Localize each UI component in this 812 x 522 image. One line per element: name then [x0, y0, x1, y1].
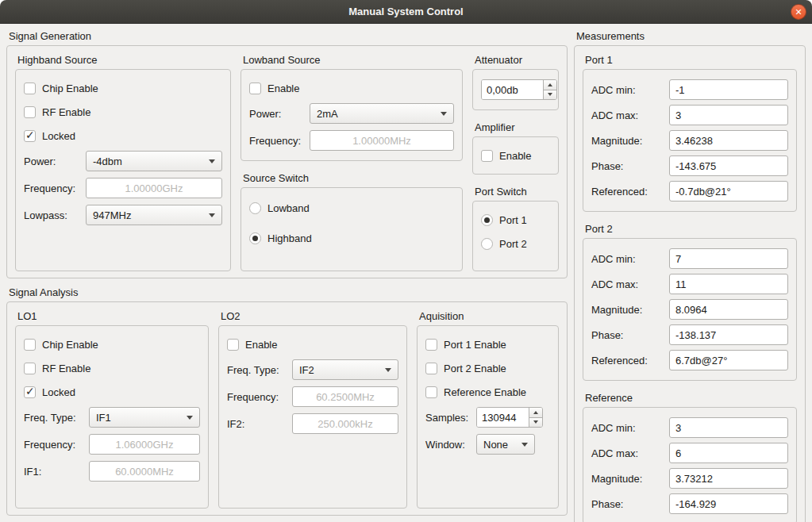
measurements-frame: Port 1 ADC min: ADC max: Magni: [574, 45, 806, 522]
samples-spinbox[interactable]: [476, 407, 543, 428]
p1-adc-max-label: ADC max:: [591, 109, 669, 121]
acquisition-column: Aquisition Port 1 Enable Port 2 Enable: [417, 309, 559, 509]
lb-power-select[interactable]: 2mA: [310, 103, 454, 124]
titlebar[interactable]: Manual System Control ✕: [0, 0, 812, 24]
p2-referenced-input[interactable]: [669, 350, 788, 370]
ref-adc-max-label: ADC max:: [591, 447, 669, 459]
lo1-locked-checkbox[interactable]: [24, 386, 36, 398]
port2-radio-row[interactable]: Port 2: [481, 235, 550, 252]
lo1-rf-enable-checkbox[interactable]: [24, 363, 36, 374]
lo1-locked-row[interactable]: Locked: [24, 383, 200, 401]
meas-port2-frame: ADC min: ADC max: Magnitude:: [583, 238, 797, 381]
lo2-enable-row[interactable]: Enable: [227, 336, 398, 353]
acq-port2-enable-row[interactable]: Port 2 Enable: [425, 359, 550, 377]
ref-adc-max-input[interactable]: [669, 443, 788, 463]
attenuator-title: Attenuator: [472, 52, 559, 69]
samples-spin-buttons: [529, 408, 542, 427]
source-highband-label: Highband: [267, 232, 312, 244]
p1-adc-min-label: ADC min:: [591, 84, 669, 96]
signal-generation-frame: Highband Source Chip Enable RF Enable: [6, 45, 568, 278]
p1-referenced-input[interactable]: [669, 181, 788, 202]
meas-row: ADC min:: [591, 417, 788, 438]
lo1-chip-enable-checkbox[interactable]: [24, 339, 36, 351]
lo1-rf-enable-label: RF Enable: [42, 363, 90, 374]
hb-locked-checkbox[interactable]: [24, 130, 36, 142]
meas-port1-title: Port 1: [583, 52, 797, 69]
source-highband-radio-row[interactable]: Highband: [249, 229, 454, 247]
meas-port2-title: Port 2: [583, 221, 797, 238]
left-column: Signal Generation Highband Source Chip E…: [6, 29, 568, 516]
lo1-chip-enable-row[interactable]: Chip Enable: [24, 336, 200, 353]
hb-lowpass-value: 947MHz: [93, 209, 131, 221]
lo1-rf-enable-row[interactable]: RF Enable: [24, 359, 200, 377]
lo2-freq-type-select[interactable]: IF2: [292, 359, 398, 380]
lo1-column: LO1 Chip Enable RF Enable: [15, 309, 209, 509]
source-highband-radio[interactable]: [249, 232, 261, 244]
hb-power-value: -4dbm: [93, 155, 122, 167]
p1-adc-min-input[interactable]: [669, 79, 788, 100]
close-button[interactable]: ✕: [791, 4, 806, 20]
acq-reference-enable-checkbox[interactable]: [425, 386, 437, 398]
acq-reference-enable-row[interactable]: Reference Enable: [425, 383, 550, 401]
hb-rf-enable-row[interactable]: RF Enable: [24, 103, 222, 121]
p1-phase-input[interactable]: [669, 155, 788, 176]
hb-chip-enable-checkbox[interactable]: [24, 83, 36, 94]
ref-magnitude-input[interactable]: [669, 468, 788, 489]
attenuator-spinbox[interactable]: [481, 79, 557, 100]
p1-magnitude-input[interactable]: [669, 130, 788, 151]
samples-input[interactable]: [477, 408, 529, 427]
hb-locked-row[interactable]: Locked: [24, 127, 222, 144]
source-lowband-radio[interactable]: [249, 202, 261, 214]
ref-adc-min-input[interactable]: [669, 417, 788, 438]
lo1-group: LO1 Chip Enable RF Enable: [15, 309, 209, 509]
port1-radio-row[interactable]: Port 1: [481, 211, 550, 228]
attenuator-spin-up-button[interactable]: [544, 80, 556, 90]
arrow-up-icon: [548, 83, 552, 86]
amp-enable-row[interactable]: Enable: [481, 147, 550, 164]
hb-frequency-input: [86, 178, 222, 198]
acquisition-title: Aquisition: [417, 309, 559, 325]
lb-enable-checkbox[interactable]: [249, 83, 261, 94]
lo2-if2-label: IF2:: [227, 418, 292, 430]
chevron-down-icon: [441, 112, 447, 116]
source-lowband-radio-row[interactable]: Lowband: [249, 199, 454, 217]
samples-spin-down-button[interactable]: [529, 418, 542, 428]
hb-lowpass-select[interactable]: 947MHz: [86, 205, 222, 225]
lo2-frame: Enable Freq. Type: IF2: [218, 325, 407, 509]
meas-row: Magnitude:: [591, 468, 788, 489]
p2-adc-max-input[interactable]: [669, 274, 788, 294]
measurements-title: Measurements: [574, 29, 806, 45]
samples-spin-up-button[interactable]: [529, 408, 542, 418]
lo1-frequency-input: [89, 434, 200, 455]
lo2-title: LO2: [218, 309, 407, 325]
p2-referenced-label: Referenced:: [591, 355, 669, 367]
hb-power-select[interactable]: -4dbm: [86, 151, 222, 171]
chevron-down-icon: [209, 159, 215, 163]
meas-row: Referenced:: [591, 350, 788, 370]
attenuator-spin-down-button[interactable]: [544, 90, 556, 100]
port-switch-group: Port Switch Port 1 Port 2: [472, 184, 559, 271]
acq-port2-enable-checkbox[interactable]: [425, 363, 437, 374]
window-select[interactable]: None: [476, 434, 535, 455]
source-switch-group: Source Switch Lowband Highband: [241, 171, 463, 271]
amp-enable-checkbox[interactable]: [481, 150, 493, 162]
p1-adc-max-input[interactable]: [669, 105, 788, 125]
p2-phase-input[interactable]: [669, 324, 788, 345]
lo1-frame: Chip Enable RF Enable Locked: [15, 325, 209, 509]
hb-rf-enable-checkbox[interactable]: [24, 106, 36, 118]
port1-radio[interactable]: [481, 214, 493, 226]
lo1-title: LO1: [15, 309, 209, 325]
acq-port1-enable-checkbox[interactable]: [425, 339, 437, 351]
lb-enable-row[interactable]: Enable: [249, 79, 454, 97]
port2-radio[interactable]: [481, 238, 493, 250]
source-switch-title: Source Switch: [241, 171, 463, 187]
lo1-freq-type-select[interactable]: IF1: [89, 407, 200, 428]
hb-chip-enable-row[interactable]: Chip Enable: [24, 79, 222, 97]
lo2-enable-checkbox[interactable]: [227, 339, 239, 351]
p2-magnitude-input[interactable]: [669, 299, 788, 320]
ref-phase-input[interactable]: [669, 493, 788, 514]
lo2-freq-type-value: IF2: [299, 364, 314, 376]
acq-port1-enable-row[interactable]: Port 1 Enable: [425, 336, 550, 353]
p2-adc-min-input[interactable]: [669, 248, 788, 269]
attenuator-input[interactable]: [482, 80, 543, 99]
